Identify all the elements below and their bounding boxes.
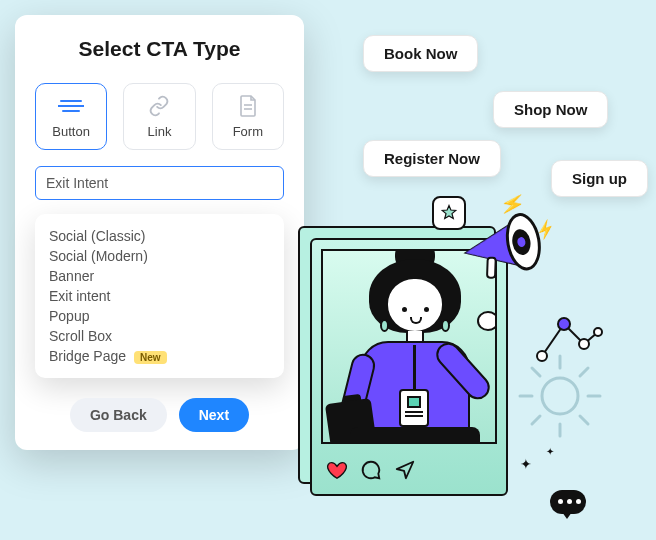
cta-variant-dropdown: Social (Classic) Social (Modern) Banner … bbox=[35, 214, 284, 378]
network-graph-icon bbox=[534, 314, 604, 364]
cta-type-button[interactable]: Button bbox=[35, 83, 107, 150]
comment-icon bbox=[360, 459, 382, 481]
dropdown-option[interactable]: Exit intent bbox=[49, 286, 270, 306]
pill-book-now[interactable]: Book Now bbox=[363, 35, 478, 72]
dropdown-option-label: Bridge Page bbox=[49, 348, 126, 364]
sparkle-icon: ✦ bbox=[520, 456, 532, 472]
dropdown-option[interactable]: Popup bbox=[49, 306, 270, 326]
go-back-button[interactable]: Go Back bbox=[70, 398, 167, 432]
pill-shop-now[interactable]: Shop Now bbox=[493, 91, 608, 128]
panel-title: Select CTA Type bbox=[35, 37, 284, 61]
marketing-illustration: ⚡ ⚡ ✦ ✦ bbox=[300, 196, 600, 526]
dropdown-option[interactable]: Scroll Box bbox=[49, 326, 270, 346]
chat-bubble-icon bbox=[550, 490, 586, 514]
cta-type-link[interactable]: Link bbox=[123, 83, 195, 150]
send-icon bbox=[394, 459, 416, 481]
link-icon bbox=[146, 96, 172, 116]
cta-type-form[interactable]: Form bbox=[212, 83, 284, 150]
dropdown-option[interactable]: Social (Classic) bbox=[49, 226, 270, 246]
dropdown-option[interactable]: Banner bbox=[49, 266, 270, 286]
sparkle-icon: ✦ bbox=[546, 446, 554, 457]
cta-variant-input[interactable] bbox=[35, 166, 284, 200]
dropdown-option[interactable]: Bridge Page New bbox=[49, 346, 270, 366]
dropdown-option[interactable]: Social (Modern) bbox=[49, 246, 270, 266]
cta-type-label: Button bbox=[52, 124, 90, 139]
pill-register-now[interactable]: Register Now bbox=[363, 140, 501, 177]
new-badge: New bbox=[134, 351, 167, 364]
svg-point-5 bbox=[542, 378, 578, 414]
cta-type-label: Form bbox=[233, 124, 263, 139]
svg-point-10 bbox=[558, 318, 570, 330]
svg-point-9 bbox=[537, 351, 547, 361]
next-button[interactable]: Next bbox=[179, 398, 249, 432]
button-lines-icon bbox=[58, 96, 84, 116]
cta-panel: Select CTA Type Button Link Form Social … bbox=[15, 15, 304, 450]
pill-sign-up[interactable]: Sign up bbox=[551, 160, 648, 197]
form-icon bbox=[235, 96, 261, 116]
heart-icon bbox=[326, 459, 348, 481]
cta-type-label: Link bbox=[148, 124, 172, 139]
panel-footer: Go Back Next bbox=[35, 398, 284, 432]
svg-point-12 bbox=[594, 328, 602, 336]
svg-point-11 bbox=[579, 339, 589, 349]
megaphone-icon bbox=[460, 208, 550, 287]
cta-type-row: Button Link Form bbox=[35, 83, 284, 150]
